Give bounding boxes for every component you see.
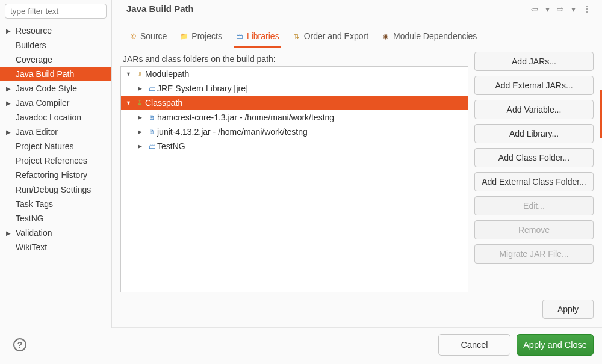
chevron-right-icon: ▶ bbox=[6, 129, 16, 135]
chevron-down-icon: ▼ bbox=[126, 71, 134, 77]
add-external-jars-button[interactable]: Add External JARs... bbox=[474, 76, 594, 95]
help-icon[interactable]: ? bbox=[13, 338, 26, 351]
dialog-footer: ? Cancel Apply and Close bbox=[0, 328, 602, 364]
header-nav-icons: ⇦ ▾ ⇨ ▾ ⋮ bbox=[531, 4, 594, 14]
tree-row[interactable]: ▶🗃JRE System Library [jre] bbox=[121, 81, 468, 96]
apply-button[interactable]: Apply bbox=[542, 300, 594, 319]
nav-item-validation[interactable]: ▶Validation bbox=[0, 226, 111, 240]
order-and-export-icon: ⇅ bbox=[293, 32, 301, 40]
classpath-tree[interactable]: ▼⇩Modulepath▶🗃JRE System Library [jre]▼↧… bbox=[120, 66, 468, 292]
nav-item-resource[interactable]: ▶Resource bbox=[0, 23, 111, 38]
nav-item-label: TestNG bbox=[16, 214, 44, 223]
tree-row-label: Modulepath bbox=[145, 69, 189, 79]
nav-item-label: Validation bbox=[16, 228, 52, 238]
forward-icon[interactable]: ⇨ bbox=[557, 4, 566, 14]
add-jars-button[interactable]: Add JARs... bbox=[474, 52, 594, 71]
chevron-right-icon: ▶ bbox=[6, 28, 16, 34]
tree-row-label: junit-4.13.2.jar - /home/mani/work/testn… bbox=[157, 127, 308, 137]
back-menu-icon[interactable]: ▾ bbox=[545, 4, 552, 14]
tree-row[interactable]: ▶🗃TestNG bbox=[121, 139, 468, 153]
forward-menu-icon[interactable]: ▾ bbox=[571, 4, 578, 14]
tree-row[interactable]: ▼↧Classpath bbox=[121, 96, 468, 110]
tabs: ✆Source📁Projects🗃Libraries⇅Order and Exp… bbox=[120, 26, 594, 48]
nav-item-label: WikiText bbox=[16, 242, 47, 252]
module-dependencies-icon: ◉ bbox=[382, 32, 390, 40]
edit-button: Edit... bbox=[474, 196, 594, 215]
chevron-down-icon: ▼ bbox=[126, 100, 134, 106]
tree-description: JARs and class folders on the build path… bbox=[123, 54, 468, 64]
nav-item-label: Java Compiler bbox=[16, 98, 69, 108]
tab-label: Order and Export bbox=[304, 31, 368, 41]
nav-item-run-debug-settings[interactable]: Run/Debug Settings bbox=[0, 182, 111, 197]
lib-icon: 🗃 bbox=[146, 85, 157, 92]
nav-item-builders[interactable]: Builders bbox=[0, 38, 111, 52]
chevron-right-icon: ▶ bbox=[138, 114, 146, 120]
tree-row-label: Classpath bbox=[145, 98, 182, 108]
sidebar: ▶ResourceBuildersCoverageJava Build Path… bbox=[0, 0, 112, 328]
add-external-class-folder-button[interactable]: Add External Class Folder... bbox=[474, 172, 594, 191]
classpath-icon: ↧ bbox=[134, 99, 145, 107]
tab-projects[interactable]: 📁Projects bbox=[179, 26, 223, 48]
tab-label: Projects bbox=[191, 31, 222, 41]
lib-icon: 🗃 bbox=[146, 143, 157, 150]
page-title: Java Build Path bbox=[126, 4, 531, 14]
chevron-right-icon: ▶ bbox=[138, 143, 146, 149]
nav-item-label: Project Natures bbox=[16, 141, 73, 151]
nav-item-label: Coverage bbox=[16, 55, 52, 64]
migrate-jar-file-button: Migrate JAR File... bbox=[474, 244, 594, 264]
nav-item-java-code-style[interactable]: ▶Java Code Style bbox=[0, 81, 111, 96]
filter-input[interactable] bbox=[5, 4, 107, 19]
main-panel: Java Build Path ⇦ ▾ ⇨ ▾ ⋮ ✆Source📁Projec… bbox=[112, 0, 602, 328]
tree-row[interactable]: ▼⇩Modulepath bbox=[121, 67, 468, 81]
scrollbar-marker bbox=[600, 90, 602, 138]
nav-item-label: Builders bbox=[16, 40, 46, 50]
nav-item-refactoring-history[interactable]: Refactoring History bbox=[0, 168, 111, 182]
chevron-right-icon: ▶ bbox=[6, 85, 16, 92]
view-menu-icon[interactable]: ⋮ bbox=[583, 4, 594, 14]
nav-item-coverage[interactable]: Coverage bbox=[0, 52, 111, 67]
nav-item-label: Task Tags bbox=[16, 199, 53, 209]
tree-row[interactable]: ▶🗎junit-4.13.2.jar - /home/mani/work/tes… bbox=[121, 125, 468, 139]
nav-item-task-tags[interactable]: Task Tags bbox=[0, 197, 111, 211]
nav-item-label: Java Code Style bbox=[16, 84, 77, 93]
tree-row-label: JRE System Library [jre] bbox=[157, 84, 248, 93]
add-variable-button[interactable]: Add Variable... bbox=[474, 100, 594, 119]
modpath-icon: ⇩ bbox=[134, 70, 145, 78]
nav-item-label: Javadoc Location bbox=[16, 113, 81, 122]
tree-row-label: TestNG bbox=[157, 141, 185, 151]
chevron-right-icon: ▶ bbox=[138, 85, 146, 91]
tab-label: Libraries bbox=[247, 31, 279, 41]
apply-and-close-button[interactable]: Apply and Close bbox=[517, 334, 594, 356]
tree-row[interactable]: ▶🗎hamcrest-core-1.3.jar - /home/mani/wor… bbox=[121, 110, 468, 125]
nav-item-label: Project References bbox=[16, 156, 87, 165]
nav-item-label: Run/Debug Settings bbox=[16, 185, 91, 194]
nav-item-wikitext[interactable]: WikiText bbox=[0, 240, 111, 254]
tab-label: Source bbox=[140, 31, 167, 41]
nav-item-javadoc-location[interactable]: Javadoc Location bbox=[0, 110, 111, 125]
nav-item-java-build-path[interactable]: Java Build Path bbox=[0, 67, 111, 81]
chevron-right-icon: ▶ bbox=[138, 129, 146, 135]
nav-item-java-editor[interactable]: ▶Java Editor bbox=[0, 125, 111, 139]
nav-item-label: Refactoring History bbox=[16, 170, 87, 180]
nav-item-project-natures[interactable]: Project Natures bbox=[0, 139, 111, 153]
tab-module-dependencies[interactable]: ◉Module Dependencies bbox=[380, 26, 478, 48]
nav-item-testng[interactable]: TestNG bbox=[0, 211, 111, 226]
jar-icon: 🗎 bbox=[146, 114, 157, 121]
nav-item-label: Resource bbox=[16, 26, 52, 35]
libraries-icon: 🗃 bbox=[235, 32, 244, 40]
button-column: Add JARs...Add External JARs...Add Varia… bbox=[474, 52, 594, 292]
nav-item-label: Java Build Path bbox=[16, 69, 74, 79]
add-class-folder-button[interactable]: Add Class Folder... bbox=[474, 148, 594, 167]
cancel-button[interactable]: Cancel bbox=[438, 334, 510, 356]
back-icon[interactable]: ⇦ bbox=[531, 4, 541, 14]
nav-tree: ▶ResourceBuildersCoverageJava Build Path… bbox=[0, 22, 111, 256]
tab-libraries[interactable]: 🗃Libraries bbox=[234, 26, 281, 48]
nav-item-project-references[interactable]: Project References bbox=[0, 153, 111, 168]
add-library-button[interactable]: Add Library... bbox=[474, 124, 594, 143]
nav-item-java-compiler[interactable]: ▶Java Compiler bbox=[0, 96, 111, 110]
chevron-right-icon: ▶ bbox=[6, 230, 16, 236]
source-icon: ✆ bbox=[129, 32, 137, 40]
tab-order-and-export[interactable]: ⇅Order and Export bbox=[291, 26, 370, 48]
chevron-right-icon: ▶ bbox=[6, 100, 16, 106]
tab-source[interactable]: ✆Source bbox=[128, 26, 168, 48]
